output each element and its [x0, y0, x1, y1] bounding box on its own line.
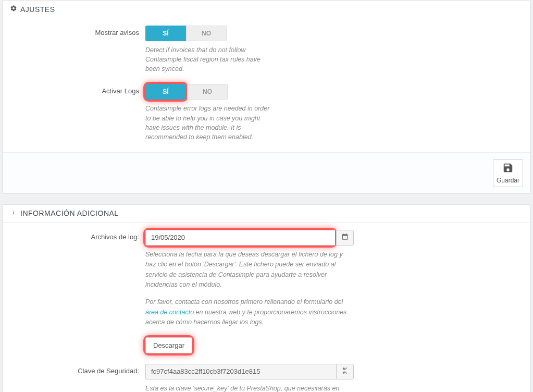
enable-logs-no[interactable]: NO: [187, 84, 228, 100]
show-notices-row: Mostrar avisos SÍ NO Detect if invoices …: [10, 26, 523, 74]
settings-panel-title: AJUSTES: [20, 5, 55, 14]
settings-panel-body: Mostrar avisos SÍ NO Detect if invoices …: [3, 18, 530, 142]
log-files-row: Archivos de log: Selecciona la fecha par…: [10, 230, 523, 353]
gears-icon: [10, 5, 17, 14]
security-key-help: Esta es la clave 'secure_key' de tu Pres…: [145, 384, 354, 393]
enable-logs-label: Activar Logs: [10, 84, 145, 142]
enable-logs-yes[interactable]: SÍ: [145, 84, 186, 100]
security-key-input[interactable]: [145, 364, 336, 379]
enable-logs-row: Activar Logs SÍ NO Contasimple error log…: [10, 84, 523, 142]
settings-panel-header: AJUSTES: [3, 1, 530, 18]
info-panel-body: Archivos de log: Selecciona la fecha par…: [3, 223, 530, 392]
info-icon: [10, 209, 17, 218]
show-notices-help: Detect if invoices that do not follow Co…: [145, 45, 270, 74]
save-icon: [502, 162, 514, 175]
show-notices-label: Mostrar avisos: [10, 26, 145, 74]
copy-button[interactable]: [336, 364, 354, 379]
save-button-label: Guardar: [497, 177, 519, 184]
calendar-button[interactable]: [336, 230, 354, 246]
download-button[interactable]: Descargar: [145, 337, 192, 353]
info-panel-title: INFORMACIÓN ADICIONAL: [20, 209, 119, 217]
log-files-label: Archivos de log:: [10, 230, 145, 353]
settings-panel-footer: Guardar: [3, 152, 530, 193]
log-files-help1: Selecciona la fecha para la que deseas d…: [145, 250, 354, 290]
enable-logs-toggle-no-wrap: NO: [187, 84, 228, 100]
log-date-input[interactable]: [145, 230, 335, 246]
security-key-row: Clave de Seguridad: Esta es la clave 'se…: [10, 364, 523, 393]
show-notices-toggle[interactable]: SÍ NO: [145, 26, 227, 41]
contact-area-link[interactable]: área de contacto: [145, 309, 194, 316]
save-button[interactable]: Guardar: [493, 159, 523, 187]
security-key-label: Clave de Seguridad:: [10, 364, 145, 393]
log-files-help2-prefix: Por favor, contacta con nosotros primero…: [145, 298, 343, 305]
scissors-icon: [341, 367, 349, 376]
settings-panel: AJUSTES Mostrar avisos SÍ NO Detect if i…: [2, 0, 531, 194]
enable-logs-help: Contasimple error logs are needed in ord…: [145, 104, 270, 142]
enable-logs-toggle[interactable]: SÍ: [145, 84, 186, 100]
info-panel: INFORMACIÓN ADICIONAL Archivos de log: S…: [2, 204, 531, 392]
info-panel-header: INFORMACIÓN ADICIONAL: [3, 205, 530, 223]
log-files-help2: Por favor, contacta con nosotros primero…: [145, 297, 354, 327]
show-notices-no[interactable]: NO: [186, 26, 227, 41]
show-notices-yes[interactable]: SÍ: [145, 26, 186, 41]
calendar-icon: [341, 233, 349, 242]
